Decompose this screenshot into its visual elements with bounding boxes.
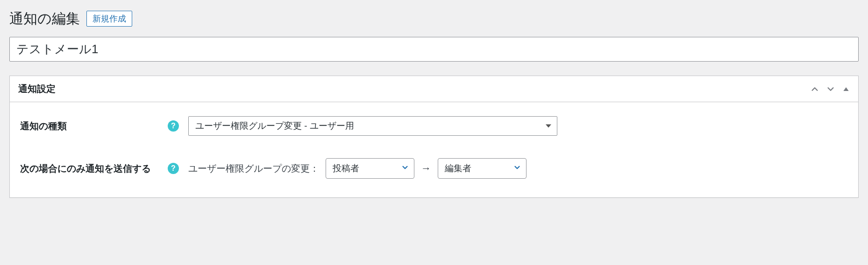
collapse-toggle-icon[interactable] — [842, 85, 850, 93]
move-down-icon[interactable] — [826, 85, 835, 93]
page-title: 通知の編集 — [9, 9, 80, 28]
notification-type-select[interactable]: ユーザー権限グループ変更 - ユーザー用 — [188, 116, 557, 136]
arrow-right-icon: → — [421, 162, 431, 174]
chevron-down-icon — [401, 163, 409, 174]
help-icon[interactable]: ? — [168, 163, 179, 174]
notification-title-input[interactable] — [9, 37, 859, 62]
from-role-value: 投稿者 — [333, 162, 359, 174]
notification-type-value: ユーザー権限グループ変更 - ユーザー用 — [195, 120, 354, 132]
to-role-value: 編集者 — [445, 162, 471, 174]
condition-prefix: ユーザー権限グループの変更： — [188, 162, 319, 175]
from-role-select[interactable]: 投稿者 — [326, 158, 414, 179]
new-button[interactable]: 新規作成 — [86, 11, 132, 27]
condition-label: 次の場合にのみ通知を送信する — [20, 162, 151, 175]
move-up-icon[interactable] — [811, 85, 819, 93]
settings-panel: 通知設定 通知の種類 ? — [9, 76, 859, 198]
svg-marker-0 — [843, 87, 848, 91]
to-role-select[interactable]: 編集者 — [438, 158, 526, 179]
chevron-down-icon — [513, 163, 521, 174]
help-icon[interactable]: ? — [168, 120, 179, 132]
notification-type-label: 通知の種類 — [20, 120, 67, 132]
panel-title: 通知設定 — [18, 83, 56, 95]
